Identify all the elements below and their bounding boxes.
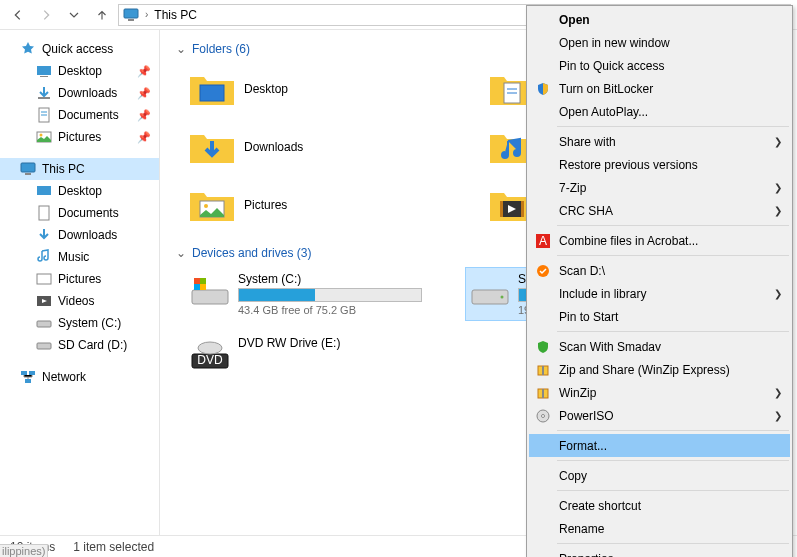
menu-item[interactable]: Create shortcut: [529, 494, 790, 517]
sidebar-item-documents-pc[interactable]: Documents: [0, 202, 159, 224]
menu-item-label: Pin to Start: [559, 310, 618, 324]
sidebar-item-documents[interactable]: Documents 📌: [0, 104, 159, 126]
download-icon: [36, 85, 52, 101]
svg-text:A: A: [539, 234, 547, 248]
desktop-icon: [36, 63, 52, 79]
menu-item-label: Create shortcut: [559, 499, 641, 513]
menu-item[interactable]: Pin to Quick access: [529, 54, 790, 77]
menu-item[interactable]: Pin to Start: [529, 305, 790, 328]
address-location: This PC: [154, 8, 197, 22]
chevron-down-icon: [69, 10, 79, 20]
menu-item-label: Pin to Quick access: [559, 59, 664, 73]
back-button[interactable]: [6, 3, 30, 27]
svg-rect-30: [192, 290, 228, 304]
menu-item[interactable]: Scan D:\: [529, 259, 790, 282]
menu-item-label: PowerISO: [559, 409, 614, 423]
drive-item[interactable]: System (C:)43.4 GB free of 75.2 GB: [186, 268, 426, 320]
svg-point-49: [542, 414, 545, 417]
svg-rect-32: [194, 278, 200, 284]
menu-item[interactable]: Scan With Smadav: [529, 335, 790, 358]
chevron-right-icon: ❯: [774, 410, 782, 421]
sidebar-item-pictures-pc[interactable]: Pictures: [0, 268, 159, 290]
folder-label: Downloads: [244, 140, 303, 154]
navigation-sidebar: Quick access Desktop 📌 Downloads 📌 Docum…: [0, 30, 160, 535]
svg-rect-33: [200, 278, 206, 284]
menu-item[interactable]: Turn on BitLocker: [529, 77, 790, 100]
svg-rect-35: [200, 284, 206, 290]
sidebar-this-pc[interactable]: This PC: [0, 158, 159, 180]
menu-separator: [557, 126, 789, 127]
drive-icon: [470, 272, 510, 308]
smadav-icon: [535, 263, 551, 279]
sidebar-item-label: Music: [58, 250, 89, 264]
sidebar-item-label: Documents: [58, 108, 119, 122]
menu-item-label: Share with: [559, 135, 616, 149]
music-icon: [36, 249, 52, 265]
sidebar-item-desktop[interactable]: Desktop 📌: [0, 60, 159, 82]
svg-rect-14: [37, 274, 51, 284]
svg-rect-13: [39, 206, 49, 220]
winzip-icon: [535, 385, 551, 401]
drive-icon: [36, 315, 52, 331]
sidebar-network[interactable]: Network: [0, 366, 159, 388]
taskbar-hint: ilippines): [0, 544, 48, 557]
sidebar-item-system-c[interactable]: System (C:): [0, 312, 159, 334]
arrow-up-icon: [95, 8, 109, 22]
menu-item[interactable]: Open AutoPlay...: [529, 100, 790, 123]
folder-item[interactable]: Desktop: [186, 64, 446, 114]
drive-icon: [36, 337, 52, 353]
monitor-icon: [20, 161, 36, 177]
folder-item[interactable]: Downloads: [186, 122, 446, 172]
sidebar-item-label: Downloads: [58, 228, 117, 242]
folder-item[interactable]: Pictures: [186, 180, 446, 230]
forward-button[interactable]: [34, 3, 58, 27]
menu-item[interactable]: Share with❯: [529, 130, 790, 153]
up-button[interactable]: [90, 3, 114, 27]
menu-item[interactable]: ACombine files in Acrobat...: [529, 229, 790, 252]
menu-item[interactable]: Zip and Share (WinZip Express): [529, 358, 790, 381]
sidebar-item-desktop-pc[interactable]: Desktop: [0, 180, 159, 202]
menu-item-label: Properties: [559, 552, 614, 558]
menu-item[interactable]: Open: [529, 8, 790, 31]
chevron-right-icon: ❯: [774, 387, 782, 398]
poweriso-icon: [535, 408, 551, 424]
sidebar-item-pictures[interactable]: Pictures 📌: [0, 126, 159, 148]
sidebar-item-label: Desktop: [58, 64, 102, 78]
sidebar-item-sd-card-d[interactable]: SD Card (D:): [0, 334, 159, 356]
recent-dropdown[interactable]: [62, 3, 86, 27]
chevron-right-icon: ›: [145, 9, 148, 20]
menu-item[interactable]: Rename: [529, 517, 790, 540]
sidebar-item-label: Quick access: [42, 42, 113, 56]
pin-icon: 📌: [137, 131, 151, 144]
menu-separator: [557, 225, 789, 226]
menu-item[interactable]: Copy: [529, 464, 790, 487]
picture-icon: [36, 271, 52, 287]
sidebar-item-downloads[interactable]: Downloads 📌: [0, 82, 159, 104]
svg-rect-28: [500, 201, 503, 217]
chevron-right-icon: ❯: [774, 182, 782, 193]
menu-item[interactable]: Open in new window: [529, 31, 790, 54]
menu-item[interactable]: 7-Zip❯: [529, 176, 790, 199]
menu-item[interactable]: WinZip❯: [529, 381, 790, 404]
folder-icon: [188, 69, 236, 109]
menu-item[interactable]: Properties: [529, 547, 790, 557]
document-icon: [36, 107, 52, 123]
sidebar-item-music-pc[interactable]: Music: [0, 246, 159, 268]
sidebar-item-videos-pc[interactable]: Videos: [0, 290, 159, 312]
menu-item-label: WinZip: [559, 386, 596, 400]
drive-item[interactable]: DVDDVD RW Drive (E:): [186, 332, 426, 376]
svg-rect-16: [37, 321, 51, 327]
menu-item[interactable]: Restore previous versions: [529, 153, 790, 176]
drive-label: DVD RW Drive (E:): [238, 336, 422, 350]
drive-label: System (C:): [238, 272, 422, 286]
sidebar-item-label: System (C:): [58, 316, 121, 330]
svg-point-37: [501, 296, 504, 299]
sidebar-item-downloads-pc[interactable]: Downloads: [0, 224, 159, 246]
menu-item[interactable]: CRC SHA❯: [529, 199, 790, 222]
menu-item-label: Format...: [559, 439, 607, 453]
sidebar-quick-access[interactable]: Quick access: [0, 38, 159, 60]
video-icon: [36, 293, 52, 309]
menu-item[interactable]: PowerISO❯: [529, 404, 790, 427]
menu-item[interactable]: Include in library❯: [529, 282, 790, 305]
menu-item[interactable]: Format...: [529, 434, 790, 457]
